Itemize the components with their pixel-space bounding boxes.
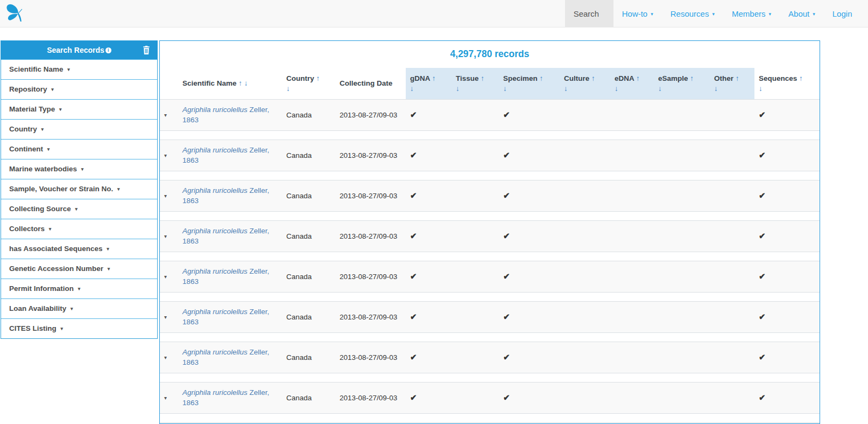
info-icon[interactable]: i [105, 47, 111, 53]
scientific-name-link[interactable]: Agriphila ruricolellus Zeller, 1863 [182, 186, 269, 205]
results-table: Scientific Name ↑ ↓ Country ↑ ↓ Collecti… [160, 68, 820, 424]
col-label: Tissue [456, 74, 479, 82]
expand-row-icon[interactable]: ▾ [164, 112, 167, 118]
clear-filters-button[interactable] [143, 46, 150, 54]
expand-row-icon[interactable]: ▾ [164, 274, 167, 280]
chevron-down-icon: ▾ [78, 286, 81, 291]
chevron-down-icon: ▾ [75, 206, 78, 212]
scientific-name-link[interactable]: Agriphila ruricolellus Zeller, 1863 [182, 227, 269, 245]
sort-asc-icon[interactable]: ↑ [316, 74, 320, 82]
expand-row-icon[interactable]: ▾ [164, 233, 167, 239]
site-logo[interactable] [0, 0, 25, 27]
col-scientific-name: Scientific Name ↑ ↓ [178, 68, 282, 99]
filter-label: Marine waterbodies [9, 165, 77, 173]
nav-item[interactable]: Search ▾ [565, 0, 613, 27]
record-row: ▾ Agriphila ruricolellus Zeller, 1863 Ca… [160, 99, 820, 130]
filter-dropdown-item[interactable]: Genetic Accession Number ▾ [1, 259, 157, 279]
filter-dropdown-item[interactable]: Scientific Name ▾ [1, 59, 157, 79]
sequences-cell: ✔ [754, 220, 820, 252]
scientific-name-link[interactable]: Agriphila ruricolellus Zeller, 1863 [182, 388, 269, 407]
sort-desc-icon[interactable]: ↓ [564, 85, 568, 93]
scientific-name-link[interactable]: Agriphila ruricolellus Zeller, 1863 [182, 348, 269, 366]
sort-asc-icon[interactable]: ↑ [799, 74, 803, 82]
filter-dropdown-item[interactable]: Collectors ▾ [1, 219, 157, 239]
filter-dropdown-item[interactable]: Country ▾ [1, 119, 157, 139]
other-cell: ✔ [710, 99, 754, 130]
collecting-date-cell: 2013-08-27/09-03 [335, 382, 406, 413]
sort-desc-icon[interactable]: ↓ [759, 85, 763, 93]
scientific-name-link[interactable]: Agriphila ruricolellus Zeller, 1863 [182, 146, 269, 164]
sort-asc-icon[interactable]: ↑ [636, 74, 640, 82]
check-icon: ✔ [759, 352, 766, 362]
col-label: Specimen [503, 74, 538, 82]
sort-asc-icon[interactable]: ↑ [481, 74, 484, 82]
scientific-name-link[interactable]: Agriphila ruricolellus Zeller, 1863 [182, 308, 269, 326]
filter-dropdown-item[interactable]: Collecting Source ▾ [1, 199, 157, 219]
col-other: Other ↑ ↓ [710, 68, 754, 99]
check-icon: ✔ [503, 191, 510, 200]
nav-item[interactable]: Login ▾ [824, 0, 866, 27]
filter-dropdown-item[interactable]: Permit Information ▾ [1, 279, 157, 298]
species-name: Agriphila ruricolellus [182, 388, 248, 397]
filter-dropdown-item[interactable]: Continent ▾ [1, 139, 157, 159]
sort-desc-icon[interactable]: ↓ [714, 85, 718, 93]
expand-row-icon[interactable]: ▾ [164, 355, 167, 360]
nav-item[interactable]: Members ▾ [723, 0, 780, 27]
filter-dropdown-item[interactable]: CITES Listing ▾ [1, 318, 157, 338]
check-icon: ✔ [503, 231, 510, 240]
col-esample: eSample ↑ ↓ [654, 68, 710, 99]
record-row: ▾ Agriphila ruricolellus Zeller, 1863 Ca… [160, 220, 820, 252]
esample-cell: ✔ [654, 140, 710, 171]
nav-item[interactable]: Resources ▾ [662, 0, 723, 27]
sort-asc-icon[interactable]: ↑ [432, 74, 436, 82]
check-icon: ✔ [503, 150, 510, 159]
filter-label: Collecting Source [9, 205, 71, 213]
culture-cell: ✔ [560, 180, 610, 211]
filter-dropdown-item[interactable]: Sample, Voucher or Strain No. ▾ [1, 179, 157, 199]
country-cell: Canada [282, 180, 335, 211]
sort-asc-icon[interactable]: ↑ [736, 74, 739, 82]
scientific-name-link[interactable]: Agriphila ruricolellus Zeller, 1863 [182, 106, 269, 124]
collecting-date-cell: 2013-08-27/09-03 [335, 140, 406, 171]
sort-desc-icon[interactable]: ↓ [244, 79, 248, 87]
esample-cell: ✔ [654, 99, 710, 130]
sort-asc-icon[interactable]: ↑ [591, 74, 595, 82]
tissue-cell: ✔ [451, 99, 499, 130]
culture-cell: ✔ [560, 342, 610, 373]
filter-dropdown-item[interactable]: Repository ▾ [1, 79, 157, 99]
record-row: ▾ Agriphila ruricolellus Zeller, 1863 Ca… [160, 301, 820, 332]
sort-asc-icon[interactable]: ↑ [238, 79, 242, 87]
results-panel: 4,297,780 records Scientific Name ↑ ↓ Co… [159, 40, 820, 424]
sort-desc-icon[interactable]: ↓ [658, 85, 662, 93]
sort-desc-icon[interactable]: ↓ [456, 85, 460, 93]
sort-asc-icon[interactable]: ↑ [690, 74, 694, 82]
nav-item[interactable]: How-to ▾ [613, 0, 662, 27]
expand-row-icon[interactable]: ▾ [164, 152, 167, 158]
expand-row-icon[interactable]: ▾ [164, 193, 167, 199]
culture-cell: ✔ [560, 140, 610, 171]
sort-asc-icon[interactable]: ↑ [540, 74, 544, 82]
filter-dropdown-item[interactable]: Loan Availability ▾ [1, 298, 157, 318]
culture-cell: ✔ [560, 220, 610, 252]
search-filters-title: Search Records [47, 46, 104, 54]
sort-desc-icon[interactable]: ↓ [615, 85, 618, 93]
filter-dropdown-item[interactable]: Marine waterbodies ▾ [1, 159, 157, 179]
filter-dropdown-item[interactable]: Material Type ▾ [1, 99, 157, 119]
esample-cell: ✔ [654, 261, 710, 292]
expand-row-icon[interactable]: ▾ [164, 395, 167, 401]
scientific-name-link[interactable]: Agriphila ruricolellus Zeller, 1863 [182, 267, 269, 286]
sort-desc-icon[interactable]: ↓ [286, 85, 290, 93]
species-name: Agriphila ruricolellus [182, 106, 248, 114]
col-label: Culture [564, 74, 589, 82]
chevron-down-icon: ▾ [712, 11, 715, 17]
specimen-cell: ✔ [499, 140, 560, 171]
sort-desc-icon[interactable]: ↓ [410, 85, 414, 93]
expand-row-icon[interactable]: ▾ [164, 314, 167, 320]
record-row: ▾ Agriphila ruricolellus Zeller, 1863 Ca… [160, 180, 820, 211]
sort-desc-icon[interactable]: ↓ [503, 85, 507, 93]
other-cell: ✔ [710, 140, 754, 171]
nav-item[interactable]: About ▾ [780, 0, 824, 27]
col-label: Country [286, 74, 314, 82]
filter-dropdown-item[interactable]: has Associated Sequences ▾ [1, 239, 157, 259]
chevron-down-icon: ▾ [108, 266, 110, 272]
